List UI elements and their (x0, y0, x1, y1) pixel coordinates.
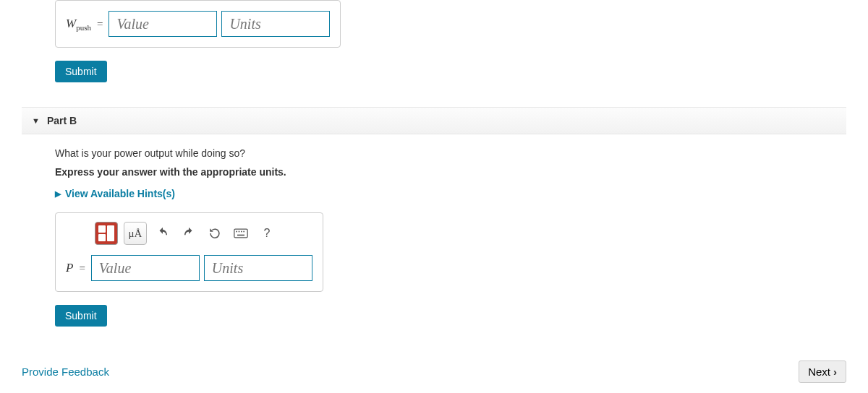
reset-icon (208, 227, 221, 240)
part-b-instruction: Express your answer with the appropriate… (55, 166, 813, 178)
svg-rect-4 (243, 231, 244, 233)
equation-toolbar: μÅ ? (95, 222, 312, 245)
keyboard-icon (234, 228, 248, 238)
svg-rect-0 (234, 229, 247, 238)
svg-rect-5 (237, 235, 244, 236)
equals-sign: = (97, 18, 103, 30)
part-a-value-input[interactable]: Value (109, 11, 217, 37)
part-a-answer-box: Wpush = Value Units (55, 0, 341, 48)
part-a-variable: Wpush (66, 17, 91, 32)
part-b-variable: P (66, 261, 73, 275)
part-a-units-input[interactable]: Units (221, 11, 330, 37)
hints-label: View Available Hints(s) (65, 188, 175, 199)
part-b-title: Part B (47, 115, 77, 126)
reset-button[interactable] (205, 223, 225, 243)
redo-icon (182, 227, 195, 240)
undo-icon (156, 227, 169, 240)
symbols-button[interactable]: μÅ (124, 222, 147, 245)
part-b-header[interactable]: ▼ Part B (22, 107, 846, 134)
redo-button[interactable] (179, 223, 199, 243)
next-button[interactable]: Next › (799, 360, 846, 383)
part-b-units-input[interactable]: Units (204, 255, 312, 281)
next-label: Next (808, 366, 830, 378)
caret-down-icon: ▼ (32, 116, 40, 125)
part-b-value-input[interactable]: Value (91, 255, 200, 281)
keyboard-button[interactable] (231, 223, 251, 243)
svg-rect-2 (239, 231, 240, 233)
part-a-submit-button[interactable]: Submit (55, 61, 107, 82)
svg-rect-1 (236, 231, 237, 233)
chevron-right-icon: ▶ (55, 189, 61, 199)
provide-feedback-link[interactable]: Provide Feedback (22, 366, 109, 378)
equals-sign-b: = (79, 262, 85, 275)
svg-rect-3 (241, 231, 242, 233)
undo-button[interactable] (153, 223, 173, 243)
part-b-submit-button[interactable]: Submit (55, 305, 107, 327)
templates-button[interactable] (95, 222, 118, 245)
part-b-question: What is your power output while doing so… (55, 147, 813, 159)
view-hints-link[interactable]: ▶ View Available Hints(s) (55, 188, 813, 199)
part-b-answer-box: μÅ ? P = Value Units (55, 212, 323, 292)
help-button[interactable]: ? (257, 223, 277, 243)
part-b-body: What is your power output while doing so… (22, 134, 846, 327)
chevron-right-icon: › (833, 366, 837, 378)
